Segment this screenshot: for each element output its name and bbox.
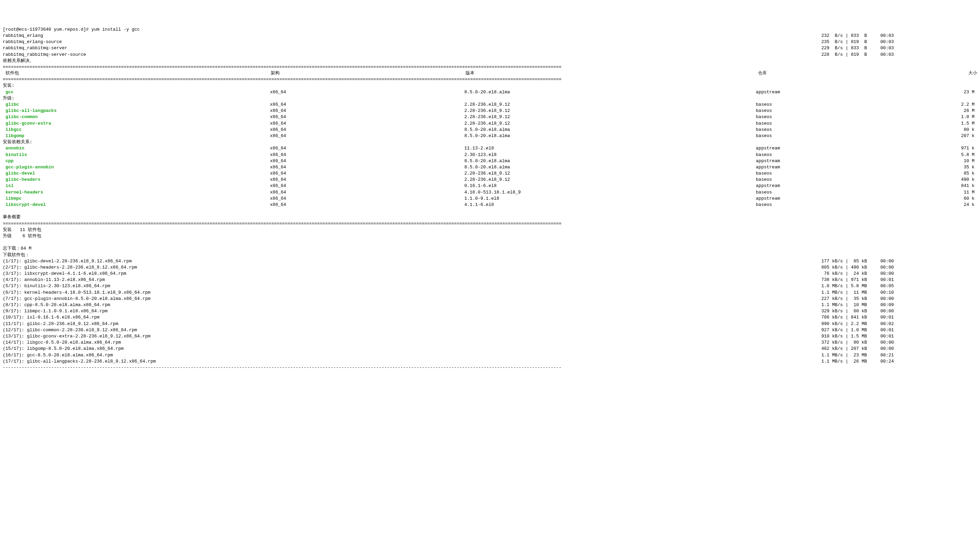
package-row: libmpcx86_641.1.0-9.1.el8appstream 60 k: [3, 196, 977, 202]
header-rule-bottom: ========================================…: [3, 76, 977, 83]
package-size: 35 k: [892, 164, 975, 170]
package-arch: x86_64: [270, 127, 464, 133]
tx-install-count: 安装 11 软件包: [3, 227, 41, 232]
package-size: 24 k: [892, 202, 975, 208]
download-stat: 1.1 MB/s | 10 MB 00:09: [821, 302, 977, 308]
terminal[interactable]: [root@ecs-11973640 yum.repos.d]# yum ins…: [3, 27, 977, 371]
package-size: 80 k: [892, 127, 975, 133]
package-arch: x86_64: [270, 170, 464, 177]
package-repo: appstream: [756, 164, 892, 170]
package-name: isl: [5, 183, 270, 189]
download-stat: 990 kB/s | 2.2 MB 00:02: [821, 321, 977, 327]
package-name: libgomp: [5, 133, 270, 139]
package-arch: x86_64: [270, 108, 464, 114]
deps-resolved-line: 依赖关系解决。: [3, 58, 34, 64]
package-row: glibc-gconv-extrax86_642.28-236.el8_9.12…: [3, 121, 977, 127]
package-repo: baseos: [756, 133, 892, 139]
bottom-rule: ----------------------------------------…: [3, 364, 977, 371]
package-version: 2.28-236.el8_9.12: [464, 170, 756, 177]
package-row: binutilsx86_642.30-123.el8baseos5.8 M: [3, 152, 977, 158]
package-repo: baseos: [756, 121, 892, 127]
package-arch: x86_64: [270, 202, 464, 208]
repo-name: rabbitmq_rabbitmq-server: [3, 45, 821, 51]
package-repo: baseos: [756, 127, 892, 133]
package-arch: x86_64: [270, 183, 464, 189]
package-row: glibcx86_642.28-236.el8_9.12baseos2.2 M: [3, 102, 977, 108]
package-name: annobin: [5, 145, 270, 151]
download-stat: 738 kB/s | 971 kB 00:01: [821, 277, 977, 283]
download-name: (6/17): kernel-headers-4.18.0-513.18.1.e…: [3, 290, 821, 296]
col-header-size: 大小: [894, 70, 977, 76]
package-name: cpp: [5, 158, 270, 164]
download-name: (8/17): cpp-8.5.0-20.el8.alma.x86_64.rpm: [3, 302, 821, 308]
package-arch: x86_64: [270, 164, 464, 170]
package-version: 4.18.0-513.18.1.el8_9: [464, 189, 756, 196]
download-stat: 227 kB/s | 35 kB 00:00: [821, 296, 977, 302]
package-repo: appstream: [756, 145, 892, 151]
package-arch: x86_64: [270, 158, 464, 164]
package-version: 8.5.0-20.el8.alma: [464, 89, 756, 95]
package-size: 10 M: [892, 158, 975, 164]
download-stat: 329 kB/s | 60 kB 00:00: [821, 308, 977, 314]
total-download: 总下载：84 M: [3, 246, 31, 251]
repo-stat: 235 B/s | 819 B 00:03: [821, 39, 977, 45]
downloading-packages-title: 下载软件包：: [3, 252, 30, 258]
section-install-title: 安装:: [3, 83, 14, 88]
package-row: libxcrypt-develx86_644.1.1-6.el8baseos 2…: [3, 202, 977, 208]
tx-upgrade-count: 升级 6 软件包: [3, 234, 41, 239]
download-name: (3/17): libxcrypt-devel-4.1.1-6.el8.x86_…: [3, 270, 821, 277]
package-row: gcc-plugin-annobinx86_648.5.0-20.el8.alm…: [3, 164, 977, 170]
package-name: glibc-all-langpacks: [5, 108, 270, 114]
package-arch: x86_64: [270, 196, 464, 202]
package-name: glibc-headers: [5, 177, 270, 183]
download-name: (5/17): binutils-2.30-123.el8.x86_64.rpm: [3, 283, 821, 289]
package-version: 4.1.1-6.el8: [464, 202, 756, 208]
download-stat: 910 kB/s | 1.5 MB 00:01: [821, 333, 977, 339]
repo-name: rabbitmq_erlang: [3, 33, 821, 39]
package-row: glibc-all-langpacksx86_642.28-236.el8_9.…: [3, 108, 977, 114]
package-arch: x86_64: [270, 133, 464, 139]
command-input[interactable]: yum install -y gcc: [91, 27, 140, 32]
download-stat: 805 kB/s | 490 kB 00:00: [821, 264, 977, 270]
package-arch: x86_64: [270, 189, 464, 196]
download-name: (13/17): glibc-gconv-extra-2.28-236.el8_…: [3, 333, 821, 339]
repo-name: rabbitmq_erlang-source: [3, 39, 821, 45]
package-arch: x86_64: [270, 114, 464, 120]
package-row: kernel-headersx86_644.18.0-513.18.1.el8_…: [3, 189, 977, 196]
download-stat: 1.1 MB/s | 11 MB 00:10: [821, 290, 977, 296]
download-name: (2/17): glibc-headers-2.28-236.el8_9.12.…: [3, 264, 821, 270]
package-repo: baseos: [756, 177, 892, 183]
package-row: glibc-develx86_642.28-236.el8_9.12baseos…: [3, 170, 977, 177]
package-name: gcc: [5, 89, 270, 95]
package-name: glibc: [5, 102, 270, 108]
package-size: 85 k: [892, 170, 975, 177]
package-row: gccx86_648.5.0-20.el8.almaappstream 23 M: [3, 89, 977, 95]
package-repo: baseos: [756, 152, 892, 158]
header-rule-top: ========================================…: [3, 64, 977, 70]
package-size: 11 M: [892, 189, 975, 196]
package-version: 1.1.0-9.1.el8: [464, 196, 756, 202]
download-stat: 1.1 MB/s | 26 MB 00:24: [821, 358, 977, 364]
section-install-deps-title: 安装依赖关系:: [3, 140, 32, 145]
download-name: (7/17): gcc-plugin-annobin-8.5.0-20.el8.…: [3, 296, 821, 302]
repo-stat: 229 B/s | 833 B 00:03: [821, 45, 977, 51]
package-name: gcc-plugin-annobin: [5, 164, 270, 170]
package-name: binutils: [5, 152, 270, 158]
package-version: 8.5.0-20.el8.alma: [464, 164, 756, 170]
package-repo: baseos: [756, 108, 892, 114]
package-repo: appstream: [756, 89, 892, 95]
package-repo: baseos: [756, 189, 892, 196]
package-size: 1.5 M: [892, 121, 975, 127]
package-size: 207 k: [892, 133, 975, 139]
package-repo: baseos: [756, 102, 892, 108]
package-repo: appstream: [756, 183, 892, 189]
download-stat: 177 kB/s | 85 kB 00:00: [821, 258, 977, 264]
package-repo: appstream: [756, 196, 892, 202]
shell-prompt: [root@ecs-11973640 yum.repos.d]#: [3, 27, 91, 32]
col-header-version: 版本: [466, 70, 758, 76]
package-size: 2.2 M: [892, 102, 975, 108]
package-row: glibc-commonx86_642.28-236.el8_9.12baseo…: [3, 114, 977, 120]
package-row: libgompx86_648.5.0-20.el8.almabaseos207 …: [3, 133, 977, 139]
repo-stat: 228 B/s | 819 B 00:03: [821, 52, 977, 58]
package-repo: baseos: [756, 170, 892, 177]
